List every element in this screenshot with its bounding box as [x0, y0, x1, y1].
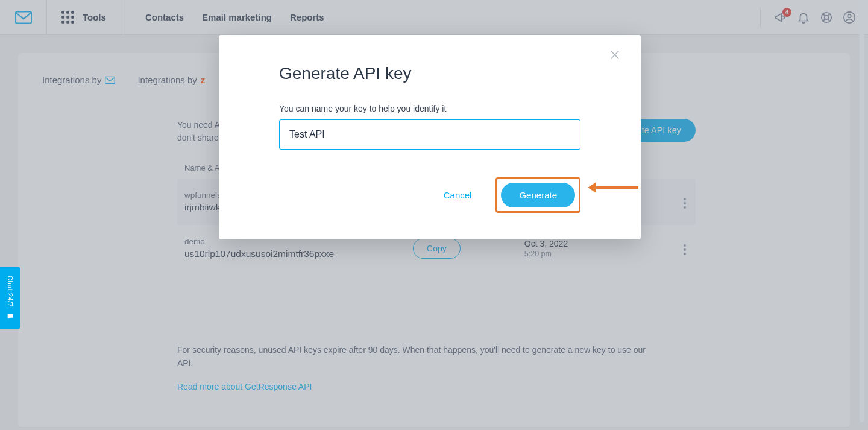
generate-api-key-modal: Generate API key You can name your key t…	[219, 35, 641, 239]
modal-title: Generate API key	[279, 64, 580, 83]
cancel-button[interactable]: Cancel	[444, 190, 472, 200]
close-icon[interactable]	[608, 48, 621, 62]
api-key-name-input[interactable]	[279, 119, 580, 150]
scrollbar-thumb[interactable]	[860, 0, 864, 422]
chat-label: Chat 24/7	[7, 276, 14, 307]
chat-icon	[6, 312, 14, 320]
modal-label: You can name your key to help you identi…	[279, 104, 580, 113]
chat-support-tab[interactable]: Chat 24/7	[0, 267, 20, 329]
generate-button[interactable]: Generate	[501, 183, 575, 207]
scrollbar[interactable]	[860, 0, 864, 430]
highlight-annotation: Generate	[495, 177, 580, 213]
